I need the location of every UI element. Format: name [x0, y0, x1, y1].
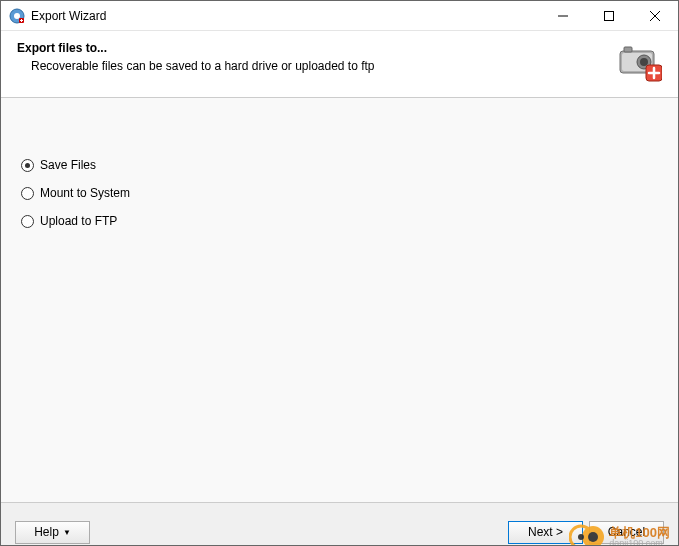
- radio-mount-system[interactable]: Mount to System: [21, 186, 658, 200]
- next-button-label: Next >: [528, 525, 563, 539]
- header-text: Export files to... Recoverable files can…: [17, 41, 608, 73]
- svg-point-1: [14, 13, 20, 19]
- camera-export-icon: [618, 43, 662, 83]
- export-options-group: Save Files Mount to System Upload to FTP: [21, 158, 658, 228]
- minimize-icon: [558, 11, 568, 21]
- cancel-button-label: Cancel: [608, 525, 645, 539]
- svg-point-7: [640, 58, 648, 66]
- svg-rect-8: [624, 47, 632, 52]
- minimize-button[interactable]: [540, 1, 586, 30]
- svg-rect-3: [605, 11, 614, 20]
- cancel-button[interactable]: Cancel: [589, 521, 664, 544]
- maximize-button[interactable]: [586, 1, 632, 30]
- chevron-down-icon: ▼: [63, 528, 71, 537]
- radio-icon: [21, 187, 34, 200]
- titlebar: Export Wizard: [1, 1, 678, 31]
- maximize-icon: [604, 11, 614, 21]
- footer-right-buttons: Next > Cancel: [508, 521, 664, 544]
- header-subtitle: Recoverable files can be saved to a hard…: [17, 59, 608, 73]
- wizard-content: Save Files Mount to System Upload to FTP: [1, 98, 678, 503]
- radio-save-files[interactable]: Save Files: [21, 158, 658, 172]
- radio-icon: [21, 215, 34, 228]
- close-icon: [650, 11, 660, 21]
- radio-label: Mount to System: [40, 186, 130, 200]
- close-button[interactable]: [632, 1, 678, 30]
- wizard-footer: Help ▼ Next > Cancel 单机100网 danji100.com: [1, 503, 678, 546]
- help-button[interactable]: Help ▼: [15, 521, 90, 544]
- radio-icon: [21, 159, 34, 172]
- window-title: Export Wizard: [31, 9, 540, 23]
- app-icon: [9, 8, 25, 24]
- next-button[interactable]: Next >: [508, 521, 583, 544]
- wizard-header: Export files to... Recoverable files can…: [1, 31, 678, 98]
- radio-label: Save Files: [40, 158, 96, 172]
- help-button-label: Help: [34, 525, 59, 539]
- window-controls: [540, 1, 678, 30]
- radio-upload-ftp[interactable]: Upload to FTP: [21, 214, 658, 228]
- header-title: Export files to...: [17, 41, 608, 55]
- radio-label: Upload to FTP: [40, 214, 117, 228]
